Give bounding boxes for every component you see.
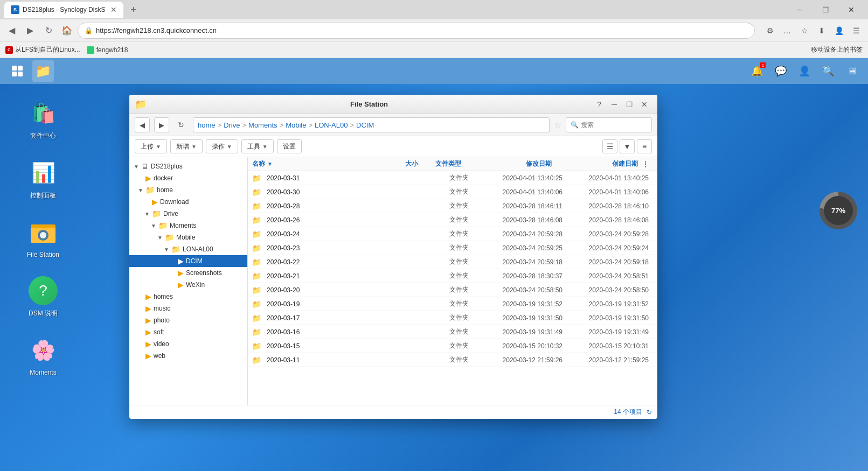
grid-icon-button[interactable] xyxy=(6,60,28,82)
maximize-button[interactable]: ☐ xyxy=(813,0,838,19)
sidebar-item-moments[interactable]: 📁 Moments xyxy=(129,220,247,231)
server-icon: 🖥 xyxy=(141,162,149,171)
desktop-icon-suite[interactable]: 🛍️ 套件中心 xyxy=(16,95,70,144)
home-button[interactable]: 🏠 xyxy=(59,23,74,38)
table-row[interactable]: 📁 2020-03-24 文件夹 2020-03-24 20:59:28 202… xyxy=(248,227,657,241)
sidebar-item-lonalOO[interactable]: 📁 LON-AL00 xyxy=(129,243,247,255)
mobile-bookmarks[interactable]: 移动设备上的书签 xyxy=(811,45,863,54)
photo-label: photo xyxy=(154,317,170,324)
browser-menu[interactable]: ☰ xyxy=(849,23,864,38)
upload-button[interactable]: 上传 ▼ xyxy=(135,139,167,153)
forward-button[interactable]: ▶ xyxy=(23,23,38,38)
table-row[interactable]: 📁 2020-03-15 文件夹 2020-03-15 20:10:32 202… xyxy=(248,339,657,353)
desktop-icon-dsm[interactable]: ? DSM 说明 xyxy=(16,272,70,321)
folder-icon-button[interactable]: 📁 xyxy=(32,60,54,82)
desktop-icon-filestation[interactable]: File Station xyxy=(16,214,70,262)
new-tab-button[interactable]: + xyxy=(126,2,141,17)
breadcrumb-lonalOO[interactable]: LON-AL00 xyxy=(315,121,348,129)
svg-rect-3 xyxy=(18,72,23,76)
col-header-name[interactable]: 名称 ▼ xyxy=(252,159,384,168)
table-row[interactable]: 📁 2020-03-11 文件夹 2020-03-12 21:59:26 202… xyxy=(248,353,657,367)
star-icon[interactable]: ☆ xyxy=(797,23,812,38)
sidebar-item-soft[interactable]: ▶ soft xyxy=(129,326,247,338)
fs-back-button[interactable]: ◀ xyxy=(135,117,150,132)
sidebar-item-dcim[interactable]: ▶ DCIM xyxy=(129,255,247,267)
desktop-icon-control[interactable]: 📊 控制面板 xyxy=(16,154,70,203)
account-icon[interactable]: 👤 xyxy=(831,23,846,38)
extensions-icon[interactable]: ⚙ xyxy=(762,23,777,38)
search-toolbar-icon[interactable]: 🔍 xyxy=(818,61,838,81)
bookmark-lfs[interactable]: C 从LFS到自己的Linux... xyxy=(5,45,80,54)
breadcrumb-drive[interactable]: Drive xyxy=(224,121,240,129)
tab-title: DS218plus - Synology DiskS xyxy=(23,6,105,13)
sidebar-server[interactable]: 🖥 DS218plus xyxy=(129,160,247,172)
sidebar-item-screenshots[interactable]: ▶ Screenshots xyxy=(129,267,247,279)
refresh-button[interactable]: ↻ xyxy=(41,23,56,38)
tab-close-button[interactable]: ✕ xyxy=(110,5,117,14)
sidebar-item-docker[interactable]: ▶ docker xyxy=(129,172,247,184)
sidebar-item-drive[interactable]: 📁 Drive xyxy=(129,208,247,220)
window-minimize-button[interactable]: ─ xyxy=(607,97,622,112)
bookmark-fengwh[interactable]: fengwh218 xyxy=(87,46,128,54)
fs-forward-button[interactable]: ▶ xyxy=(154,117,169,132)
fs-favorite-button[interactable]: ☆ xyxy=(554,120,561,130)
settings-button[interactable]: 设置 xyxy=(277,139,302,153)
sidebar-item-mobile[interactable]: 📁 Mobile xyxy=(129,231,247,243)
download-icon[interactable]: ⬇ xyxy=(814,23,829,38)
fs-refresh-button[interactable]: ↻ xyxy=(173,117,189,132)
notification-icon[interactable]: 🔔 1 xyxy=(747,61,767,81)
window-maximize-button[interactable]: ☐ xyxy=(622,97,637,112)
sidebar-item-video[interactable]: ▶ video xyxy=(129,338,247,350)
back-button[interactable]: ◀ xyxy=(4,23,19,38)
col-header-created[interactable]: 创建日期 xyxy=(556,159,642,168)
window-close-button[interactable]: ✕ xyxy=(637,97,652,112)
table-row[interactable]: 📁 2020-03-21 文件夹 2020-03-28 18:30:37 202… xyxy=(248,269,657,283)
breadcrumb-home[interactable]: home xyxy=(198,121,216,129)
new-button[interactable]: 新增 ▼ xyxy=(170,139,203,153)
list-view-button[interactable]: ☰ xyxy=(602,139,617,153)
col-header-more[interactable]: ⋮ xyxy=(642,160,653,168)
sidebar-item-music[interactable]: ▶ music xyxy=(129,303,247,314)
settings-label: 设置 xyxy=(283,142,296,151)
address-input[interactable]: 🔒 https://fengwh218.cn3.quickconnect.cn xyxy=(78,23,755,39)
table-row[interactable]: 📁 2020-03-23 文件夹 2020-03-24 20:59:25 202… xyxy=(248,241,657,255)
table-row[interactable]: 📁 2020-03-22 文件夹 2020-03-24 20:59:18 202… xyxy=(248,255,657,269)
action-button[interactable]: 操作 ▼ xyxy=(206,139,238,153)
user-icon[interactable]: 👤 xyxy=(795,61,814,81)
col-header-size[interactable]: 大小 xyxy=(384,159,427,168)
sidebar-item-download[interactable]: ▶ Download xyxy=(129,196,247,208)
sidebar-item-photo[interactable]: ▶ photo xyxy=(129,314,247,326)
col-header-type[interactable]: 文件类型 xyxy=(427,159,470,168)
table-row[interactable]: 📁 2020-03-20 文件夹 2020-03-24 20:58:50 202… xyxy=(248,283,657,297)
menu-icon[interactable]: … xyxy=(780,23,795,38)
close-button[interactable]: ✕ xyxy=(839,0,864,19)
table-row[interactable]: 📁 2020-03-16 文件夹 2020-03-19 19:31:49 202… xyxy=(248,325,657,339)
breadcrumb-dcim[interactable]: DCIM xyxy=(356,121,374,129)
breadcrumb-mobile[interactable]: Mobile xyxy=(286,121,306,129)
folder-icon-sm: 📁 xyxy=(252,188,261,196)
breadcrumb-moments[interactable]: Moments xyxy=(248,121,277,129)
list-view-arrow[interactable]: ▼ xyxy=(620,139,635,153)
table-row[interactable]: 📁 2020-03-19 文件夹 2020-03-19 19:31:52 202… xyxy=(248,297,657,311)
detail-view-button[interactable]: ≡ xyxy=(637,139,652,153)
footer-refresh-icon[interactable]: ↻ xyxy=(647,409,652,416)
tools-button[interactable]: 工具 ▼ xyxy=(241,139,274,153)
table-row[interactable]: 📁 2020-03-26 文件夹 2020-03-28 18:46:08 202… xyxy=(248,213,657,227)
sidebar-item-homes[interactable]: ▶ homes xyxy=(129,291,247,303)
monitor-icon[interactable]: 🖥 xyxy=(842,61,862,81)
table-row[interactable]: 📁 2020-03-17 文件夹 2020-03-19 19:31:50 202… xyxy=(248,311,657,325)
table-row[interactable]: 📁 2020-03-28 文件夹 2020-03-28 18:46:11 202… xyxy=(248,199,657,213)
window-help-button[interactable]: ? xyxy=(592,97,607,112)
sidebar-item-web[interactable]: ▶ web xyxy=(129,350,247,362)
chat-icon[interactable]: 💬 xyxy=(771,61,790,81)
active-tab[interactable]: S DS218plus - Synology DiskS ✕ xyxy=(4,2,123,18)
table-row[interactable]: 📁 2020-03-31 文件夹 2020-04-01 13:40:25 202… xyxy=(248,171,657,185)
search-input[interactable] xyxy=(581,121,647,129)
sidebar-item-home[interactable]: 📁 home xyxy=(129,184,247,196)
desktop-icon-moments[interactable]: 🌸 Moments xyxy=(16,332,70,379)
col-header-modified[interactable]: 修改日期 xyxy=(470,159,556,168)
table-row[interactable]: 📁 2020-03-30 文件夹 2020-04-01 13:40:06 202… xyxy=(248,185,657,199)
minimize-button[interactable]: ─ xyxy=(787,0,812,19)
sidebar-item-wexin[interactable]: ▶ WeXin xyxy=(129,279,247,291)
fs-search-box[interactable]: 🔍 xyxy=(566,117,652,132)
